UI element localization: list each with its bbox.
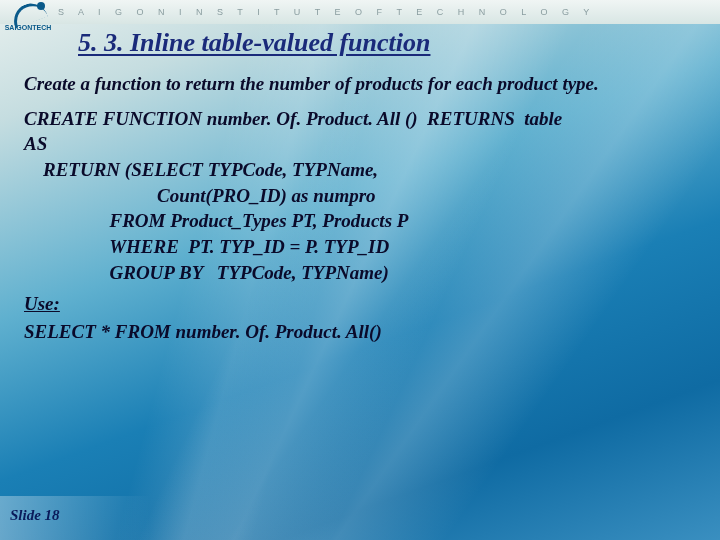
header-bar: S A I G O N I N S T I T U T E O F T E C …: [0, 0, 720, 24]
logo-dot-icon: [37, 2, 45, 10]
use-query: SELECT * FROM number. Of. Product. All(): [24, 321, 700, 343]
slide-number: Slide 18: [10, 507, 60, 524]
slide-content: Create a function to return the number o…: [24, 72, 700, 343]
intro-text: Create a function to return the number o…: [24, 72, 700, 96]
slide-title: 5. 3. Inline table-valued function: [78, 28, 430, 58]
sql-code: CREATE FUNCTION number. Of. Product. All…: [24, 106, 700, 285]
logo-swoosh-icon: [9, 2, 47, 26]
use-label: Use:: [24, 293, 700, 315]
logo: SAIGONTECH: [4, 2, 52, 44]
institute-name: S A I G O N I N S T I T U T E O F T E C …: [58, 7, 595, 17]
